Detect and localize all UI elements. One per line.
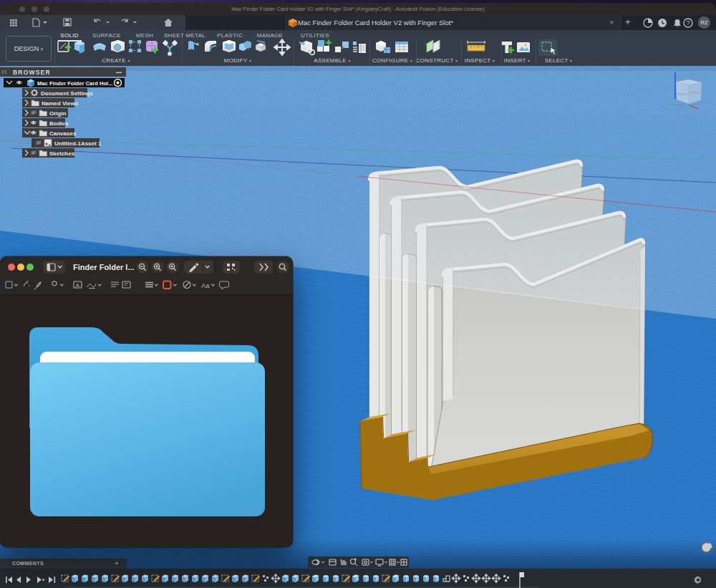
svg-text:Origin: Origin: [49, 110, 67, 117]
svg-text:Aa: Aa: [201, 281, 210, 289]
svg-text:Bodies: Bodies: [49, 120, 69, 127]
svg-text:Untitled-1Asset 1: Untitled-1Asset 1: [54, 140, 102, 147]
svg-text:A: A: [76, 282, 80, 289]
svg-text:BROWSER: BROWSER: [13, 69, 51, 76]
svg-text:Named Views: Named Views: [42, 100, 79, 107]
svg-text:Sketches: Sketches: [49, 150, 75, 157]
svg-text:FRONT: FRONT: [677, 92, 687, 96]
svg-text:Finder Folder I...: Finder Folder I...: [73, 263, 135, 271]
svg-text:?: ?: [686, 19, 690, 26]
svg-text:Mac Finder Folder Card Hol...: Mac Finder Folder Card Hol...: [37, 80, 112, 87]
svg-text:Document Settings: Document Settings: [41, 90, 93, 97]
svg-text:RIGHT: RIGHT: [691, 91, 700, 95]
svg-text:Canvases: Canvases: [49, 130, 77, 137]
